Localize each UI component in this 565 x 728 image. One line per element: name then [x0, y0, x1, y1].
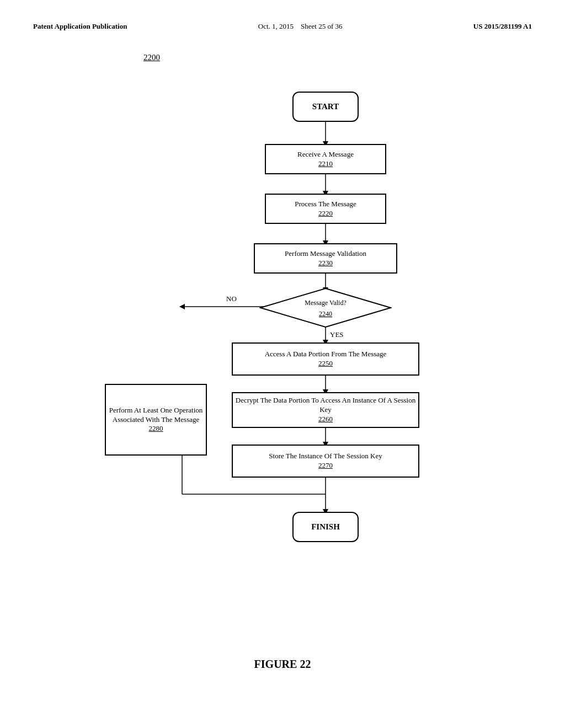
- perform-ref: 2280: [149, 424, 163, 433]
- receive-node: Receive A Message 2210: [265, 144, 386, 174]
- decrypt-label: Decrypt The Data Portion To Access An In…: [233, 396, 418, 415]
- process-label: Process The Message: [295, 200, 356, 209]
- finish-label: FINISH: [311, 522, 340, 532]
- page-header: Patent Application Publication Oct. 1, 2…: [33, 22, 532, 31]
- header-center: Oct. 1, 2015 Sheet 25 of 36: [258, 22, 343, 31]
- process-ref: 2220: [318, 209, 333, 218]
- process-node: Process The Message 2220: [265, 194, 386, 224]
- receive-ref: 2210: [318, 159, 333, 169]
- header-left: Patent Application Publication: [33, 22, 127, 31]
- decision-node: Message Valid? 2240: [259, 287, 392, 329]
- page: Patent Application Publication Oct. 1, 2…: [0, 0, 565, 728]
- finish-node: FINISH: [292, 512, 359, 542]
- access-node: Access A Data Portion From The Message 2…: [232, 342, 419, 376]
- svg-text:2240: 2240: [319, 310, 332, 318]
- header-sheet: Sheet 25 of 36: [301, 22, 342, 30]
- perform-label: Perform At Least One Operation Associate…: [106, 406, 206, 425]
- start-label: START: [312, 102, 339, 111]
- header-date: Oct. 1, 2015: [258, 22, 294, 30]
- svg-text:YES: YES: [330, 330, 344, 339]
- perform-node: Perform At Least One Operation Associate…: [105, 384, 207, 456]
- store-label: Store The Instance Of The Session Key: [269, 452, 382, 461]
- validate-node: Perform Message Validation 2230: [254, 243, 397, 274]
- validate-label: Perform Message Validation: [285, 249, 366, 259]
- diagram-label-2200: 2200: [143, 53, 160, 62]
- svg-marker-23: [260, 288, 391, 327]
- svg-marker-11: [179, 304, 185, 309]
- diagram-area: 2200: [33, 36, 532, 687]
- header-right: US 2015/281199 A1: [473, 22, 532, 31]
- access-label: Access A Data Portion From The Message: [265, 350, 387, 359]
- store-ref: 2270: [318, 461, 333, 470]
- store-node: Store The Instance Of The Session Key 22…: [232, 445, 419, 478]
- svg-text:Message Valid?: Message Valid?: [305, 299, 346, 307]
- figure-label: FIGURE 22: [33, 658, 532, 671]
- svg-text:NO: NO: [226, 295, 237, 303]
- access-ref: 2250: [318, 359, 333, 368]
- decrypt-node: Decrypt The Data Portion To Access An In…: [232, 392, 419, 428]
- validate-ref: 2230: [318, 259, 333, 268]
- decrypt-ref: 2260: [318, 415, 333, 424]
- receive-label: Receive A Message: [297, 150, 354, 159]
- start-node: START: [292, 92, 359, 122]
